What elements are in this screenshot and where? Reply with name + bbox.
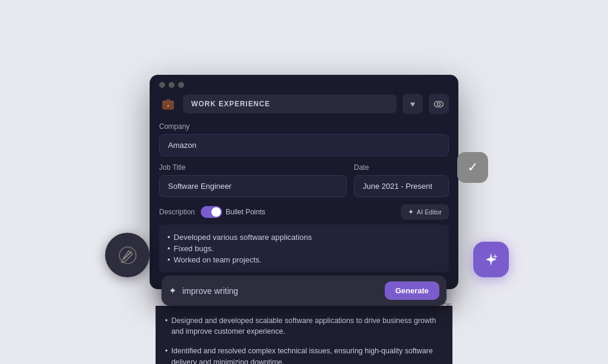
company-label: Company: [159, 122, 449, 131]
section-header: 💼 WORK EXPERIENCE ♥: [159, 94, 449, 114]
ai-bar: ✦ Generate ☞: [162, 276, 446, 306]
heart-button[interactable]: ♥: [403, 94, 423, 114]
check-button[interactable]: ✓: [457, 152, 488, 183]
job-date-row: Job Title Software Engineer Date June 20…: [159, 163, 449, 204]
bullet-toggle[interactable]: [201, 206, 222, 218]
date-label: Date: [354, 163, 449, 172]
titlebar: [150, 75, 458, 94]
traffic-light-1: [159, 82, 165, 88]
generated-bullet-2: Identified and resolved complex technica…: [165, 344, 443, 364]
eye-button[interactable]: [429, 94, 449, 114]
ai-editor-label: AI Editor: [417, 208, 442, 216]
toggle-wrap: Bullet Points: [201, 206, 265, 218]
svg-point-1: [438, 103, 441, 106]
bullet-item-1: Developed various software applications: [167, 232, 441, 243]
ai-sparkle-icon: ✦: [408, 208, 414, 216]
generated-bullet-1: Designed and developed scalable software…: [165, 314, 443, 339]
description-label: Description: [159, 208, 195, 216]
bullet-points-label: Bullet Points: [226, 208, 265, 216]
ai-prompt-input[interactable]: [182, 286, 379, 296]
ai-bar-sparkle-icon: ✦: [169, 285, 176, 296]
briefcase-icon: 💼: [159, 95, 177, 113]
section-title: WORK EXPERIENCE: [183, 94, 397, 113]
description-left: Description Bullet Points: [159, 206, 265, 218]
date-col: Date June 2021 - Present: [354, 163, 449, 204]
generated-panel: Designed and developed scalable software…: [156, 306, 452, 365]
ai-editor-button[interactable]: ✦ AI Editor: [401, 204, 449, 220]
bullet-item-3: Worked on team projects.: [167, 254, 441, 265]
bullet-item-2: Fixed bugs.: [167, 243, 441, 254]
job-title-col: Job Title Software Engineer: [159, 163, 347, 204]
cursor-hand-icon: ☞: [442, 299, 452, 313]
edit-float-button[interactable]: [105, 233, 150, 277]
company-input[interactable]: Amazon: [159, 134, 449, 156]
generate-button[interactable]: Generate: [385, 281, 439, 300]
svg-point-0: [435, 101, 444, 107]
description-area[interactable]: Developed various software applications …: [159, 224, 449, 273]
job-title-label: Job Title: [159, 163, 347, 172]
sparkle-float-button[interactable]: [473, 242, 509, 277]
traffic-light-3: [178, 82, 184, 88]
description-row: Description Bullet Points ✦ AI Editor: [159, 204, 449, 220]
traffic-light-2: [169, 82, 175, 88]
main-window: 💼 WORK EXPERIENCE ♥ Company Amazon Job T…: [150, 75, 458, 289]
window-content: 💼 WORK EXPERIENCE ♥ Company Amazon Job T…: [150, 94, 458, 273]
date-input[interactable]: June 2021 - Present: [354, 175, 449, 197]
job-title-input[interactable]: Software Engineer: [159, 175, 347, 197]
